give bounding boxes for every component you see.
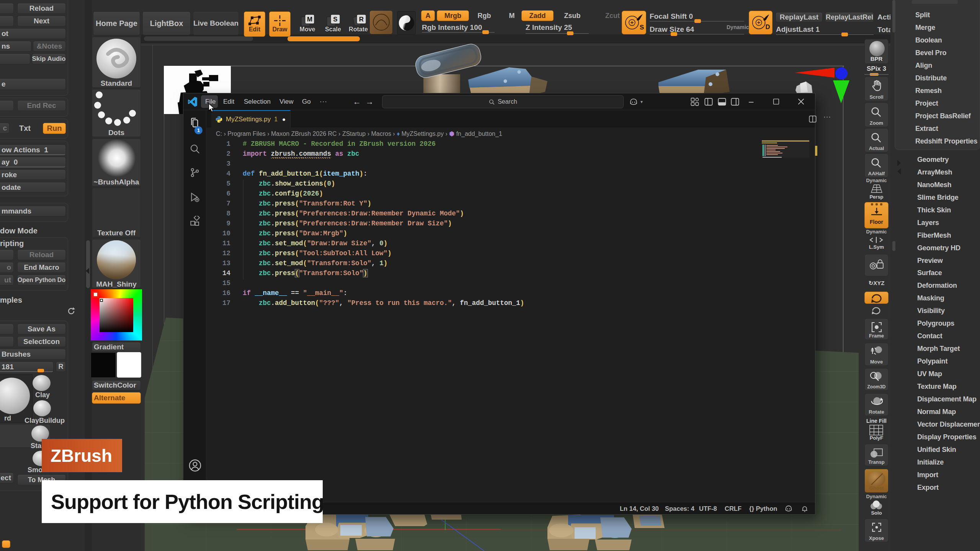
svg-text:D: D	[766, 23, 770, 30]
svg-text:S: S	[640, 24, 644, 31]
svg-text:S: S	[333, 16, 337, 23]
svg-text:M: M	[307, 16, 312, 23]
svg-text:R: R	[359, 16, 364, 23]
